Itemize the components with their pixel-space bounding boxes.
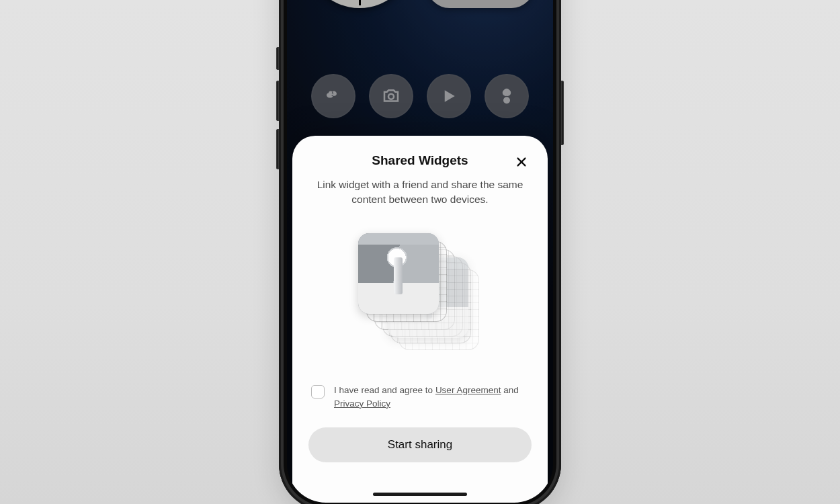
consent-checkbox[interactable] — [311, 385, 325, 398]
phone-frame: Shared Widgets Link widget with a friend… — [279, 0, 561, 504]
close-icon — [515, 156, 528, 168]
privacy-policy-link[interactable]: Privacy Policy — [334, 398, 390, 409]
consent-text: I have read and agree to User Agreement … — [334, 384, 529, 410]
hero-illustration — [346, 230, 494, 358]
phone-volume-down-button — [276, 129, 279, 169]
close-button[interactable] — [511, 152, 532, 172]
phone-screen: Shared Widgets Link widget with a friend… — [287, 0, 553, 503]
phone-side-button — [276, 47, 279, 70]
phone-volume-up-button — [276, 81, 279, 121]
shared-widgets-sheet: Shared Widgets Link widget with a friend… — [292, 136, 548, 503]
phone-power-button — [561, 81, 564, 145]
consent-row: I have read and agree to User Agreement … — [308, 384, 532, 410]
user-agreement-link[interactable]: User Agreement — [435, 385, 501, 395]
sheet-subtitle: Link widget with a friend and share the … — [308, 177, 532, 208]
start-sharing-button[interactable]: Start sharing — [308, 427, 532, 462]
home-indicator[interactable] — [373, 493, 467, 496]
sheet-title: Shared Widgets — [308, 153, 532, 168]
